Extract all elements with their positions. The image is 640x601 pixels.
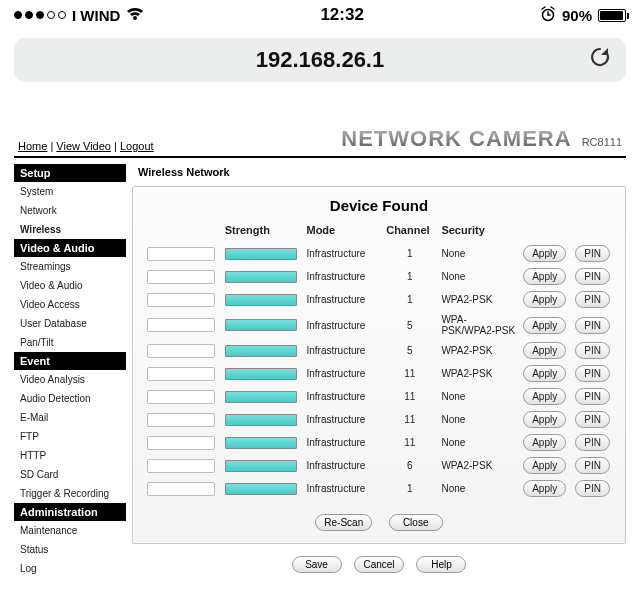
apply-button[interactable]: Apply xyxy=(523,365,566,382)
cell-mode: Infrastructure xyxy=(302,385,382,408)
strength-bar xyxy=(225,391,297,403)
url-label: 192.168.26.1 xyxy=(256,47,384,73)
pin-button[interactable]: PIN xyxy=(575,411,610,428)
sidebar-item[interactable]: Network xyxy=(14,201,126,220)
reload-icon[interactable] xyxy=(588,45,612,75)
pin-button[interactable]: PIN xyxy=(575,291,610,308)
save-button[interactable]: Save xyxy=(292,556,342,573)
cell-mode: Infrastructure xyxy=(302,242,382,265)
cell-channel: 5 xyxy=(382,339,437,362)
sidebar-item[interactable]: FTP xyxy=(14,427,126,446)
ssid-input[interactable] xyxy=(147,367,215,381)
ssid-input[interactable] xyxy=(147,390,215,404)
pin-button[interactable]: PIN xyxy=(575,245,610,262)
battery-icon xyxy=(598,9,626,22)
pin-button[interactable]: PIN xyxy=(575,317,610,334)
wifi-icon xyxy=(126,7,144,24)
sidebar-item[interactable]: Status xyxy=(14,540,126,559)
ssid-input[interactable] xyxy=(147,459,215,473)
sidebar-item[interactable]: Video & Audio xyxy=(14,276,126,295)
sidebar-item[interactable]: Audio Detection xyxy=(14,389,126,408)
ssid-input[interactable] xyxy=(147,318,215,332)
sidebar-item[interactable]: Video Analysis xyxy=(14,370,126,389)
sidebar-item[interactable]: Video Access xyxy=(14,295,126,314)
sidebar-item[interactable]: System xyxy=(14,182,126,201)
col-mode: Mode xyxy=(302,222,382,242)
cell-security: None xyxy=(437,477,519,500)
sidebar-item[interactable]: Streamings xyxy=(14,257,126,276)
strength-bar xyxy=(225,460,297,472)
cell-mode: Infrastructure xyxy=(302,288,382,311)
pin-button[interactable]: PIN xyxy=(575,268,610,285)
cell-security: None xyxy=(437,242,519,265)
apply-button[interactable]: Apply xyxy=(523,317,566,334)
pin-button[interactable]: PIN xyxy=(575,457,610,474)
apply-button[interactable]: Apply xyxy=(523,268,566,285)
strength-bar xyxy=(225,271,297,283)
strength-bar xyxy=(225,319,297,331)
cell-security: WPA2-PSK xyxy=(437,362,519,385)
pin-button[interactable]: PIN xyxy=(575,388,610,405)
cancel-button[interactable]: Cancel xyxy=(354,556,404,573)
pin-button[interactable]: PIN xyxy=(575,480,610,497)
sidebar-item[interactable]: Maintenance xyxy=(14,521,126,540)
apply-button[interactable]: Apply xyxy=(523,480,566,497)
apply-button[interactable]: Apply xyxy=(523,342,566,359)
sidebar-item[interactable]: HTTP xyxy=(14,446,126,465)
sidebar-item[interactable]: E-Mail xyxy=(14,408,126,427)
col-strength: Strength xyxy=(221,222,303,242)
sidebar-item[interactable]: Trigger & Recording xyxy=(14,484,126,503)
model-label: RC8111 xyxy=(582,136,622,148)
panel-title: Device Found xyxy=(143,195,615,222)
cell-security: None xyxy=(437,408,519,431)
pin-button[interactable]: PIN xyxy=(575,434,610,451)
table-row: Infrastructure1WPA2-PSKApplyPIN xyxy=(143,288,615,311)
help-button[interactable]: Help xyxy=(416,556,466,573)
pin-button[interactable]: PIN xyxy=(575,342,610,359)
apply-button[interactable]: Apply xyxy=(523,457,566,474)
table-row: Infrastructure11NoneApplyPIN xyxy=(143,408,615,431)
cell-mode: Infrastructure xyxy=(302,431,382,454)
cell-channel: 11 xyxy=(382,362,437,385)
cell-mode: Infrastructure xyxy=(302,454,382,477)
rescan-button[interactable]: Re-Scan xyxy=(315,514,372,531)
apply-button[interactable]: Apply xyxy=(523,411,566,428)
ssid-input[interactable] xyxy=(147,413,215,427)
sidebar-section: Video & Audio xyxy=(14,239,126,257)
apply-button[interactable]: Apply xyxy=(523,291,566,308)
sidebar-section: Event xyxy=(14,352,126,370)
ssid-input[interactable] xyxy=(147,344,215,358)
sidebar-item[interactable]: Wireless xyxy=(14,220,126,239)
table-row: Infrastructure1NoneApplyPIN xyxy=(143,477,615,500)
col-ssid xyxy=(143,222,221,242)
apply-button[interactable]: Apply xyxy=(523,388,566,405)
ssid-input[interactable] xyxy=(147,482,215,496)
ssid-input[interactable] xyxy=(147,247,215,261)
col-security: Security xyxy=(437,222,519,242)
sidebar-section: Administration xyxy=(14,503,126,521)
breadcrumb: Home | View Video | Logout xyxy=(18,140,154,152)
sidebar-item[interactable]: SD Card xyxy=(14,465,126,484)
crumb-home[interactable]: Home xyxy=(18,140,47,152)
apply-button[interactable]: Apply xyxy=(523,434,566,451)
sidebar-item[interactable]: Pan/Tilt xyxy=(14,333,126,352)
pin-button[interactable]: PIN xyxy=(575,365,610,382)
address-bar[interactable]: 192.168.26.1 xyxy=(14,38,626,82)
sidebar-item[interactable]: User Database xyxy=(14,314,126,333)
ssid-input[interactable] xyxy=(147,436,215,450)
strength-bar xyxy=(225,248,297,260)
sidebar-item[interactable]: Log xyxy=(14,559,126,578)
strength-bar xyxy=(225,294,297,306)
apply-button[interactable]: Apply xyxy=(523,245,566,262)
crumb-view-video[interactable]: View Video xyxy=(56,140,111,152)
cell-channel: 1 xyxy=(382,265,437,288)
cell-security: WPA2-PSK xyxy=(437,288,519,311)
close-button[interactable]: Close xyxy=(389,514,443,531)
ssid-input[interactable] xyxy=(147,270,215,284)
crumb-logout[interactable]: Logout xyxy=(120,140,154,152)
cell-mode: Infrastructure xyxy=(302,339,382,362)
table-row: Infrastructure11NoneApplyPIN xyxy=(143,431,615,454)
cell-mode: Infrastructure xyxy=(302,311,382,339)
ssid-input[interactable] xyxy=(147,293,215,307)
strength-bar xyxy=(225,414,297,426)
